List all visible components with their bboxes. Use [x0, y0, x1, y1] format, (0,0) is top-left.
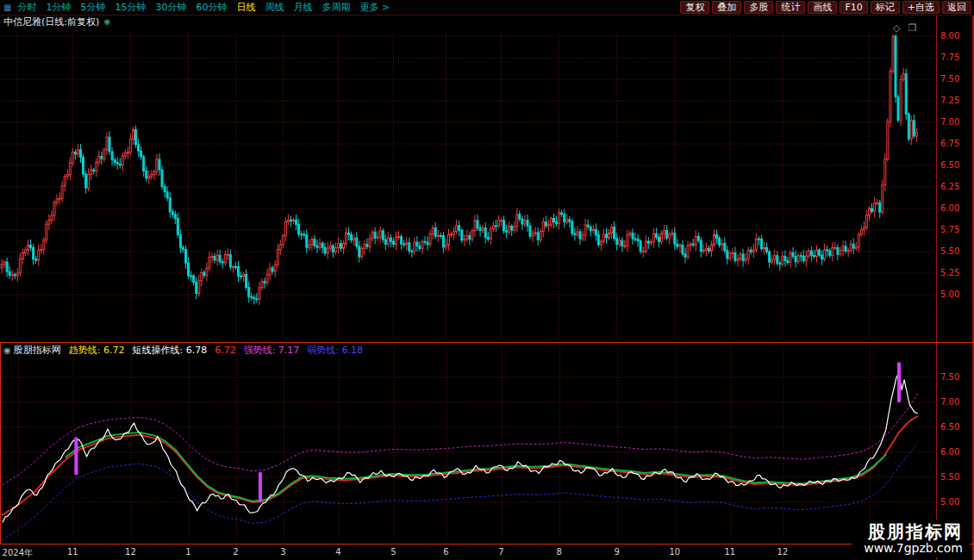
period-tab-intraday[interactable]: 分时: [17, 1, 36, 14]
period-tab-60min[interactable]: 60分钟: [196, 1, 227, 14]
main-axis-label: 6.75: [940, 139, 959, 148]
stock-selector-icon[interactable]: ◉: [103, 17, 110, 26]
top-toolbar: ▦ 分时1分钟5分钟15分钟30分钟60分钟日线周线月线多周期更多 > 复权叠加…: [0, 0, 974, 16]
sub-axis-label: 5.00: [940, 497, 959, 507]
indicator-value-3: 强势线: 7.17: [244, 344, 300, 357]
toolbar-button-add-watchlist[interactable]: +自选: [902, 1, 940, 14]
window-restore-icon[interactable]: ❐: [908, 22, 916, 34]
period-tab-5min[interactable]: 5分钟: [80, 1, 105, 14]
main-axis-label: 6.25: [940, 182, 959, 191]
sub-axis-label: 7.00: [940, 397, 959, 407]
date-tick: 12: [777, 547, 788, 557]
date-tick: 4: [335, 547, 340, 557]
date-tick: 11: [67, 547, 78, 557]
toolbar-button-draw-line[interactable]: 画线: [808, 1, 837, 14]
date-tick: 11: [724, 547, 735, 557]
date-tick: 8: [556, 547, 561, 557]
toolbar-button-back[interactable]: 返回: [942, 1, 971, 14]
chart-corner-icons: ◇ ❐: [893, 22, 916, 34]
toolbar-button-f10[interactable]: F10: [840, 1, 867, 14]
main-axis-label: 5.00: [940, 289, 959, 299]
date-tick: 1: [185, 547, 190, 557]
watermark: 股朋指标网 www.7gpzb.com: [852, 520, 970, 557]
period-tab-weekly[interactable]: 周线: [265, 1, 284, 14]
indicator-source-name: 股朋指标网: [14, 345, 61, 356]
main-axis-label: 5.25: [940, 268, 959, 277]
indicator-source-icon: ◉: [3, 345, 11, 355]
main-axis-label: 7.25: [940, 96, 959, 105]
toolbar-actions: 复权叠加多股统计画线F10标记+自选返回: [677, 1, 974, 14]
period-tab-daily[interactable]: 日线: [236, 1, 255, 14]
stock-title: 中信尼雅(日线:前复权): [3, 16, 99, 28]
sub-axis-label: 6.50: [940, 422, 959, 432]
main-axis-label: 7.75: [940, 53, 959, 62]
sub-axis-label: 6.00: [940, 447, 959, 457]
main-axis-label: 6.50: [940, 160, 959, 170]
period-tab-monthly[interactable]: 月线: [293, 1, 312, 14]
indicator-header: ◉股朋指标网趋势线: 6.72短线操作线: 6.786.72强势线: 7.17弱…: [3, 344, 363, 357]
indicator-value-0: 趋势线: 6.72: [69, 344, 125, 357]
indicator-value-2: 6.72: [215, 345, 236, 356]
panel-left-border: [0, 342, 1, 544]
date-tick: 12: [125, 547, 136, 557]
main-axis-label: 6.00: [940, 203, 959, 213]
period-tab-more[interactable]: 更多 >: [359, 1, 390, 14]
date-tick: 3: [280, 547, 285, 557]
period-tab-1min[interactable]: 1分钟: [46, 1, 71, 14]
marker-diamond-icon[interactable]: ◇: [893, 22, 900, 34]
date-tick: 10: [669, 547, 680, 557]
date-tick: 2: [233, 547, 238, 557]
app-window: ▦ 分时1分钟5分钟15分钟30分钟60分钟日线周线月线多周期更多 > 复权叠加…: [0, 0, 974, 560]
sub-axis-label: 7.50: [940, 372, 959, 382]
indicator-value-1: 短线操作线: 6.78: [132, 344, 207, 357]
main-candlestick-chart[interactable]: [0, 28, 936, 342]
main-axis-label: 8.00: [940, 31, 959, 40]
watermark-brand: 股朋指标网: [864, 522, 963, 541]
main-axis-label: 5.50: [940, 246, 959, 256]
date-tick: 7: [498, 547, 503, 557]
panel-top-border: [0, 342, 974, 343]
toolbar-button-multi-stock[interactable]: 多股: [744, 1, 773, 14]
date-tick: 9: [615, 547, 620, 557]
date-axis: 2024年11121234567891011121: [0, 544, 936, 560]
toolbar-button-restore-rights[interactable]: 复权: [680, 1, 709, 14]
date-tick: 2024年: [3, 547, 33, 559]
period-tabs: 分时1分钟5分钟15分钟30分钟60分钟日线周线月线多周期更多 >: [17, 1, 390, 14]
main-axis-label: 7.50: [940, 74, 959, 84]
date-tick: 6: [443, 547, 448, 557]
main-axis-label: 7.00: [940, 117, 959, 127]
period-tab-multiperiod[interactable]: 多周期: [322, 1, 350, 14]
sub-axis-label: 5.50: [940, 472, 959, 482]
main-axis-label: 5.75: [940, 225, 959, 234]
title-bar: 中信尼雅(日线:前复权) ◉: [0, 16, 936, 28]
toolbar-button-overlay[interactable]: 叠加: [712, 1, 741, 14]
app-menu-icon[interactable]: ▦: [3, 3, 11, 12]
panel-bottom-border: [0, 544, 974, 544]
watermark-url: www.7gpzb.com: [864, 541, 963, 556]
indicator-chart[interactable]: [1, 343, 935, 543]
period-tab-15min[interactable]: 15分钟: [115, 1, 146, 14]
toolbar-button-statistics[interactable]: 统计: [776, 1, 805, 14]
period-tab-30min[interactable]: 30分钟: [155, 1, 186, 14]
date-tick: 5: [390, 547, 396, 557]
indicator-value-4: 弱势线: 6.18: [307, 344, 363, 357]
toolbar-button-mark[interactable]: 标记: [871, 1, 900, 14]
